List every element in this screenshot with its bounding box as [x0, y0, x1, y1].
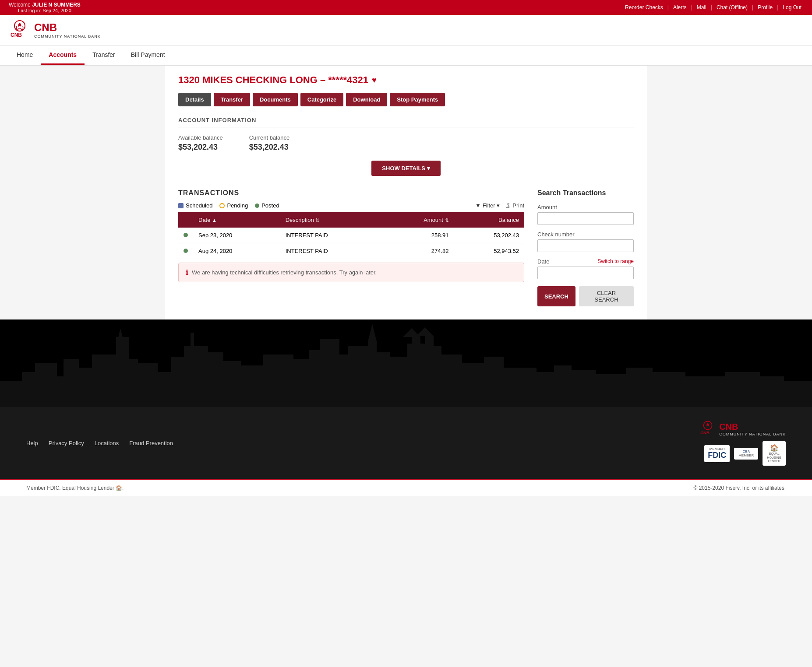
amount-input[interactable] [537, 212, 634, 225]
row-balance: 52,943.52 [454, 243, 524, 259]
footer-fraud-link[interactable]: Fraud Prevention [129, 440, 173, 446]
action-buttons: Details Transfer Documents Categorize Do… [178, 93, 634, 106]
account-title: 1320 MIKES CHECKING LONG – *****4321 ♥ [178, 74, 634, 86]
top-bar: Welcome JULIE N SUMMERS Last log in: Sep… [0, 0, 812, 15]
desc-sort-icon[interactable]: ⇅ [315, 218, 319, 223]
welcome-label: Welcome [9, 2, 31, 8]
legend-pending: Pending [219, 202, 248, 209]
filter-button[interactable]: ▼ Filter ▾ [475, 202, 500, 209]
nav-home[interactable]: Home [9, 46, 41, 65]
available-balance-label: Available balance [178, 134, 223, 141]
print-label: Print [512, 202, 524, 209]
transactions-title: TRANSACTIONS [178, 189, 524, 197]
current-balance: Current balance $53,202.43 [249, 134, 290, 152]
filter-icon: ▼ [475, 202, 481, 209]
account-info-title: ACCOUNT INFORMATION [178, 117, 634, 127]
legend-scheduled: Scheduled [178, 202, 212, 209]
current-balance-label: Current balance [249, 134, 290, 141]
search-panel: Search Transactions Amount Check number … [537, 189, 634, 306]
main-nav: Home Accounts Transfer Bill Payment [0, 46, 812, 66]
posted-indicator-icon [184, 233, 188, 237]
footer-links: Help Privacy Policy Locations Fraud Prev… [26, 440, 173, 446]
show-details-container: SHOW DETAILS ▾ [178, 161, 634, 176]
mail-link[interactable]: Mail [695, 4, 708, 11]
col-status [178, 212, 193, 228]
equal-housing-badge: 🏠 EQUALHOUSINGLENDER [763, 441, 786, 466]
clear-search-button[interactable]: CLEAR SEARCH [579, 286, 634, 306]
date-sort-icon[interactable]: ▲ [212, 218, 217, 223]
stop-payments-button[interactable]: Stop Payments [390, 93, 445, 106]
documents-button[interactable]: Documents [253, 93, 298, 106]
scheduled-dot-icon [178, 203, 184, 208]
chat-link[interactable]: Chat (Offline) [715, 4, 749, 11]
fdic-text: FDIC [708, 451, 726, 460]
footer-help-link[interactable]: Help [26, 440, 38, 446]
download-button[interactable]: Download [346, 93, 387, 106]
svg-text:CNB: CNB [700, 430, 710, 435]
posted-label: Posted [261, 202, 279, 209]
current-balance-amount: $53,202.43 [249, 143, 290, 152]
transactions-wrapper: TRANSACTIONS Scheduled Pending Posted [178, 189, 634, 306]
col-date: Date ▲ [193, 212, 280, 228]
row-status-cell [178, 243, 193, 259]
table-row: Sep 23, 2020 INTEREST PAID 258.91 53,202… [178, 228, 524, 243]
print-icon: 🖨 [505, 202, 511, 209]
welcome-message: Welcome JULIE N SUMMERS Last log in: Sep… [9, 2, 81, 13]
footer-bank-name: Community National Bank [719, 432, 786, 436]
date-input[interactable] [537, 267, 634, 279]
equal-housing-text: EQUALHOUSINGLENDER [767, 452, 781, 463]
footer-bottom: Member FDIC. Equal Housing Lender 🏠. © 2… [0, 479, 812, 496]
col-amount: Amount ⇅ [384, 212, 454, 228]
nav-accounts[interactable]: Accounts [41, 46, 85, 65]
footer-bottom-right: © 2015-2020 Fiserv, Inc. or its affiliat… [694, 485, 786, 491]
error-text: We are having technical difficulties ret… [192, 269, 377, 276]
footer-cnb-logo: CNB CNB Community National Bank [699, 420, 786, 438]
row-amount: 274.82 [384, 243, 454, 259]
row-description: INTEREST PAID [280, 243, 384, 259]
error-icon: ℹ [186, 268, 188, 277]
switch-range-link[interactable]: Switch to range [597, 258, 634, 264]
amount-sort-icon[interactable]: ⇅ [445, 218, 449, 223]
row-balance: 53,202.43 [454, 228, 524, 243]
row-date: Aug 24, 2020 [193, 243, 280, 259]
pending-label: Pending [227, 202, 248, 209]
footer-locations-link[interactable]: Locations [95, 440, 119, 446]
footer-badges: MEMBER FDIC CBA MEMBER 🏠 EQUALHOUSINGLEN… [704, 441, 786, 466]
transactions-table: Date ▲ Description ⇅ Amount ⇅ Balan [178, 212, 524, 259]
categorize-button[interactable]: Categorize [300, 93, 343, 106]
footer-logo-area: CNB CNB Community National Bank MEMBER F… [699, 420, 786, 466]
search-title: Search Transactions [537, 189, 634, 197]
error-message: ℹ We are having technical difficulties r… [178, 263, 524, 282]
svg-rect-34 [412, 337, 420, 346]
footer-cnb-logo-icon: CNB [699, 420, 717, 438]
transactions-main: TRANSACTIONS Scheduled Pending Posted [178, 189, 524, 282]
svg-rect-52 [0, 390, 812, 407]
nav-bill-payment[interactable]: Bill Payment [123, 46, 173, 65]
skyline-section [0, 319, 812, 407]
nav-transfer[interactable]: Transfer [85, 46, 123, 65]
transactions-legend: Scheduled Pending Posted ▼ Filter ▾ [178, 202, 524, 209]
header: CNB CNB COMMUNITY NATIONAL BANK [0, 15, 812, 46]
favorite-heart-icon[interactable]: ♥ [372, 76, 377, 85]
filter-label: Filter ▾ [483, 202, 500, 209]
profile-link[interactable]: Profile [756, 4, 774, 11]
username: JULIE N SUMMERS [32, 2, 81, 8]
details-button[interactable]: Details [178, 93, 211, 106]
reorder-checks-link[interactable]: Reorder Checks [623, 4, 665, 11]
cba-badge: CBA MEMBER [734, 448, 758, 460]
col-balance: Balance [454, 212, 524, 228]
footer-cnb-text: CNB Community National Bank [719, 422, 786, 436]
alerts-link[interactable]: Alerts [671, 4, 688, 11]
show-details-button[interactable]: SHOW DETAILS ▾ [371, 161, 440, 176]
logo-text: CNB COMMUNITY NATIONAL BANK [34, 21, 101, 39]
svg-rect-36 [425, 336, 434, 346]
footer-privacy-link[interactable]: Privacy Policy [49, 440, 84, 446]
main-content: 1320 MIKES CHECKING LONG – *****4321 ♥ D… [165, 66, 647, 319]
logout-link[interactable]: Log Out [781, 4, 803, 11]
check-number-input[interactable] [537, 239, 634, 252]
legend-right: ▼ Filter ▾ 🖨 Print [475, 202, 524, 209]
available-balance: Available balance $53,202.43 [178, 134, 223, 152]
print-button[interactable]: 🖨 Print [505, 202, 524, 209]
transfer-button[interactable]: Transfer [214, 93, 250, 106]
search-button[interactable]: SEARCH [537, 286, 575, 306]
